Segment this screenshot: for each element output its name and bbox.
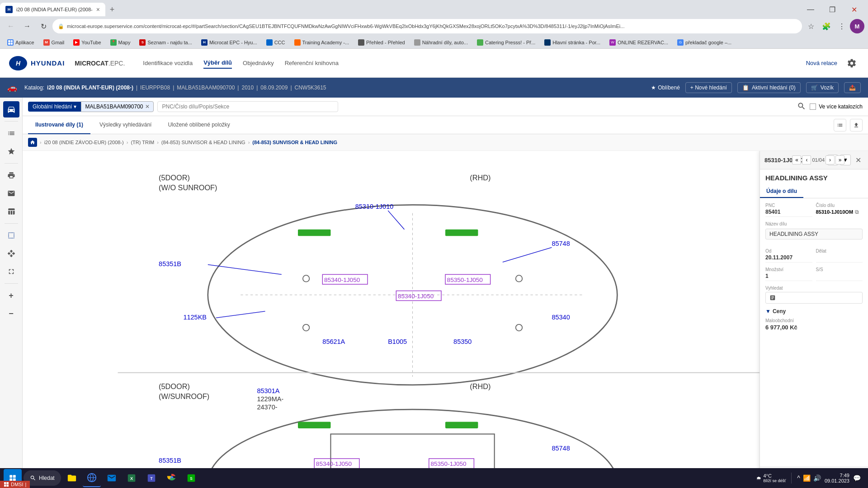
sidebar-zoom-out-icon[interactable]: − [3, 305, 19, 322]
sidebar-table-icon[interactable] [3, 203, 19, 220]
pnc-search-input[interactable] [157, 101, 338, 112]
vin-tag-close[interactable]: ✕ [145, 103, 150, 110]
nav-identifikace[interactable]: Identifikace vozidla [143, 58, 193, 68]
browser-tab-active[interactable]: H i20 08 (INDIA PLANT-EUR) (2008- × [0, 3, 105, 16]
bookmark-microcat[interactable]: H Microcat EPC - Hyu... [198, 38, 261, 47]
vyhledat-input-area[interactable] [765, 292, 863, 304]
taskbar-app-files[interactable] [63, 469, 81, 487]
taskbar-weather-display: 🌧 4°C Blíží se déšť [756, 473, 786, 483]
nove-hledani-button[interactable]: + Nové hledání [685, 82, 732, 93]
bookmark-nahradni[interactable]: Náhradní díly, auto... [410, 38, 472, 47]
new-tab-button[interactable]: + [105, 3, 119, 16]
taskbar-app-mail[interactable] [103, 469, 121, 487]
taskbar-time-display[interactable]: 7:49 09.01.2023 [825, 473, 849, 483]
taskbar-speaker-icon[interactable]: 🔊 [813, 474, 821, 482]
user-avatar[interactable]: M [850, 19, 864, 33]
back-button[interactable]: ← [4, 19, 18, 33]
pagination-last-btn[interactable]: » [835, 155, 844, 164]
taskbar-app-browser[interactable] [83, 469, 101, 487]
popup-tab-udaje[interactable]: Údaje o dílu [760, 185, 803, 198]
nav-referencni-knihovna[interactable]: Referenční knihovna [285, 58, 339, 68]
catalog-separator-3: | [237, 84, 239, 91]
sidebar-zoom-in-icon[interactable]: + [3, 287, 19, 304]
taskbar-app-teams[interactable]: T [142, 469, 160, 487]
nazev-dilu-input[interactable] [765, 229, 863, 239]
popup-close-button[interactable]: ✕ [853, 155, 863, 165]
sidebar-move-icon[interactable] [3, 245, 19, 262]
taskbar-notification-icon[interactable]: 💬 [853, 474, 861, 482]
bookmark-training[interactable]: Training Academy -... [291, 38, 353, 47]
taskbar-show-desktop-icon[interactable]: ^ [797, 474, 800, 482]
pagination-prev-btn[interactable]: ‹ [802, 155, 811, 164]
tab-close-btn[interactable]: × [96, 6, 100, 13]
sidebar-car-icon[interactable] [3, 101, 19, 117]
catalog-engine: CNW5K3615 [295, 84, 326, 91]
svg-text:X: X [130, 476, 133, 481]
sidebar-star-icon[interactable] [3, 143, 19, 160]
od-field: Od 20.11.2007 [765, 249, 812, 263]
prices-header[interactable]: ▼ Ceny [765, 308, 863, 314]
aktivni-hledani-button[interactable]: 📋 Aktivní hledání (0) [737, 82, 801, 93]
taskbar-network-icon[interactable]: 📶 [803, 474, 811, 482]
pagination-next-btn[interactable]: › [826, 155, 835, 164]
od-label: Od [765, 249, 812, 253]
bookmark-online[interactable]: W ONLINE REZERVAC... [606, 38, 672, 47]
tab-list-view-btn[interactable] [834, 119, 846, 131]
nav-vyber-dilu[interactable]: Výběr dílů [203, 57, 232, 69]
vozik-button[interactable]: 🛒 Vozík [806, 82, 839, 93]
breadcrumb-home-button[interactable] [28, 138, 37, 147]
tab-vysledky-vyhledavani[interactable]: Výsledky vyhledávání [92, 116, 159, 134]
bookmark-seznam[interactable]: S Seznam - najdu ta... [136, 38, 195, 47]
bookmark-catering[interactable]: Catering Presss! - Př... [473, 38, 539, 47]
bookmark-hlavni[interactable]: Hlavní stránka - Por... [541, 38, 604, 47]
maximize-button[interactable]: ❐ [822, 3, 843, 16]
diagram-svg-container[interactable]: (5DOOR) (W/O SUNROOF) (RHD) 85351B [77, 151, 814, 488]
breadcrumb-item-2[interactable]: (TR) TRIM [131, 140, 154, 145]
taskbar-app-chrome[interactable] [162, 469, 180, 487]
sidebar-mail-icon[interactable] [3, 185, 19, 202]
breadcrumb-item-3[interactable]: (84-853) SUNVISOR & HEAD LINING [161, 140, 245, 145]
bookmark-youtube[interactable]: ▶ YouTube [70, 38, 104, 47]
secure-icon: 🔒 [58, 23, 64, 29]
taskbar-app-green[interactable]: S [182, 469, 200, 487]
oblibene-button[interactable]: ★ Oblíbené [651, 84, 680, 91]
bookmark-ccc[interactable]: CCC [263, 38, 289, 47]
more-catalogs-checkbox-icon[interactable] [810, 103, 816, 110]
breadcrumb-item-1[interactable]: i20 08 (INDIE ZÁVOD-EUR) (2008-) [44, 140, 124, 145]
pagination-first-btn[interactable]: « [792, 155, 801, 164]
bookmark-gmail[interactable]: M Gmail [40, 38, 68, 47]
bookmark-apps[interactable]: Aplikace [4, 38, 38, 47]
hyundai-logo: H HYUNDAI [9, 56, 65, 70]
taskbar-system-icons: ^ 📶 🔊 [797, 474, 821, 482]
search-submit-button[interactable] [797, 102, 806, 112]
settings-button[interactable] [844, 56, 859, 70]
cislo-dilu-value-box: 85310-1J010OM ⧉ [816, 209, 863, 215]
extensions-icon[interactable]: 🧩 [819, 19, 834, 33]
browser-menu-icon[interactable]: ⋮ [835, 19, 849, 33]
more-catalogs-checkbox[interactable]: Ve více katalozích [810, 103, 863, 110]
sidebar-select-icon[interactable] [3, 227, 19, 244]
sidebar-print-icon[interactable] [3, 167, 19, 183]
nova-relace-link[interactable]: Nová relace [806, 60, 837, 66]
taskbar-app-excel[interactable]: X [123, 469, 141, 487]
svg-point-31 [303, 275, 309, 282]
reload-button[interactable]: ↻ [36, 19, 51, 33]
bookmark-prekladac[interactable]: G překladač google –... [674, 38, 735, 47]
sidebar-fullscreen-icon[interactable] [3, 263, 19, 280]
bookmark-star-icon[interactable]: ☆ [804, 19, 818, 33]
star-icon: ★ [651, 84, 656, 91]
bookmark-mapy[interactable]: 📍 Mapy [107, 38, 134, 47]
bookmark-prehled[interactable]: Přehled - Přehled [354, 38, 409, 47]
nav-objednavky[interactable]: Objednávky [243, 58, 274, 68]
address-bar[interactable]: 🔒 microcat-europe.superservice.com/conte… [52, 19, 802, 33]
tab-ulozene-oblibene[interactable]: Uložené oblíbené položky [160, 116, 237, 134]
sidebar-list-icon[interactable] [3, 125, 19, 141]
global-search-dropdown[interactable]: Globální hledání ▾ [28, 102, 81, 112]
export-button[interactable]: 📤 [844, 82, 861, 93]
minimize-button[interactable]: — [800, 3, 821, 16]
forward-button[interactable]: → [20, 19, 34, 33]
tab-export-btn[interactable] [850, 119, 863, 131]
tab-ilustrovane-dily[interactable]: Ilustrované díly (1) [28, 116, 90, 134]
copy-part-number-btn[interactable]: ⧉ [855, 209, 859, 215]
close-button[interactable]: ✕ [844, 3, 864, 16]
